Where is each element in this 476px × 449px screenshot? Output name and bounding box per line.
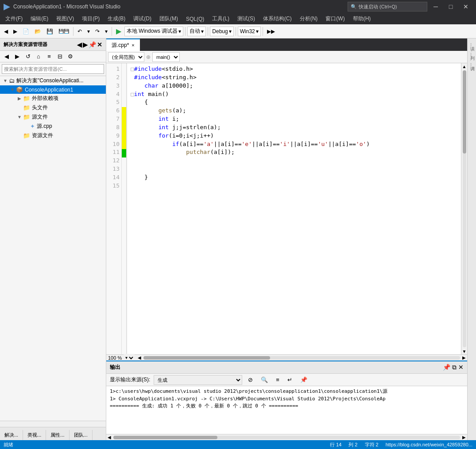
toolbar-undo-dropdown[interactable]: ▾	[85, 26, 92, 37]
tree-item-resources[interactable]: 📁 资源文件	[0, 131, 106, 140]
zoom-select[interactable]: ▾	[124, 354, 135, 361]
output-scroll-left-btn[interactable]: ◀	[106, 434, 112, 441]
hscroll-right-btn[interactable]: ▶	[461, 355, 467, 361]
toolbar-open[interactable]: 📂	[32, 26, 43, 37]
toolbar-debugger-dropdown[interactable]: 本地 Windows 调试器 ▾	[124, 27, 183, 36]
vscroll-down-btn[interactable]: ▼	[461, 348, 468, 354]
line-num: 7	[108, 115, 120, 123]
tab-close-icon[interactable]: ×	[132, 42, 134, 48]
nav-back-btn[interactable]: ◀	[2, 52, 12, 61]
line-num: 3	[108, 82, 120, 90]
sidebar-pin-icon[interactable]: 📌	[89, 41, 96, 48]
menu-edit[interactable]: 编辑(E)	[27, 13, 52, 24]
sidebar-tab-team[interactable]: 团队...	[70, 430, 93, 440]
collapse-2[interactable]	[131, 74, 134, 81]
str-o: 'o'	[356, 141, 366, 147]
menu-view[interactable]: 视图(V)	[53, 13, 77, 24]
tree-item-project[interactable]: ▼ 📦 ConsoleApplication1	[0, 85, 106, 94]
menu-analyze[interactable]: 分析(N)	[296, 13, 321, 24]
output-find-btn[interactable]: 🔍	[259, 374, 270, 386]
toolbar-new[interactable]: 📄	[20, 26, 31, 37]
output-source-select[interactable]: 生成	[154, 375, 242, 385]
output-clear-btn[interactable]: ⊘	[246, 374, 255, 386]
home-btn[interactable]: ⌂	[34, 52, 43, 61]
output-scroll-right-btn[interactable]: ▶	[461, 434, 467, 441]
sidebar-back-icon[interactable]: ◀	[77, 41, 82, 48]
line-num: 14	[108, 173, 120, 182]
toolbar-config-dropdown[interactable]: 自动 ▾	[187, 27, 206, 36]
toolbar-platform-dropdown[interactable]: Win32 ▾	[238, 27, 261, 36]
vtab-errors[interactable]: 误...	[468, 40, 476, 49]
platform-arrow-icon: ▾	[256, 28, 259, 35]
output-close-btn[interactable]: ✕	[458, 364, 464, 371]
sidebar-tab-props[interactable]: 属性...	[46, 430, 69, 440]
gutter-mark-yellow	[122, 107, 126, 115]
toolbar-go-back[interactable]: ◀	[2, 26, 10, 37]
vtab-debug[interactable]: 调...	[468, 60, 476, 69]
collapse-all-btn[interactable]: ⊟	[55, 52, 65, 61]
output-wrap-btn[interactable]: ↵	[285, 374, 294, 386]
sidebar-tab-class[interactable]: 类视...	[23, 430, 46, 440]
toolbar-debug-dropdown[interactable]: Debug ▾	[210, 27, 233, 36]
tab-source-cpp[interactable]: 源.cpp* ×	[106, 38, 140, 51]
toolbar-more[interactable]: ▶▶	[265, 26, 277, 37]
toolbar-sep-4	[208, 27, 208, 36]
toolbar-save[interactable]: 💾	[44, 26, 55, 37]
sidebar-scroll-bar[interactable]	[0, 421, 106, 427]
scope-selector[interactable]: (全局范围)	[108, 52, 144, 62]
menu-tools[interactable]: 工具(L)	[209, 13, 233, 24]
tree-item-source-cpp[interactable]: ✦ 源.cpp	[0, 122, 106, 131]
menu-project[interactable]: 项目(P)	[78, 13, 103, 24]
output-pin-out-btn[interactable]: 📌	[298, 374, 310, 386]
toolbar-redo[interactable]: ↷	[93, 26, 102, 37]
collapse-3[interactable]: □	[131, 91, 134, 97]
output-pin-btn[interactable]: 📌	[443, 364, 450, 371]
menu-build[interactable]: 生成(B)	[104, 13, 129, 24]
hscroll-left-btn[interactable]: ◀	[136, 355, 143, 361]
menu-debug[interactable]: 调试(D)	[130, 13, 155, 24]
code-editor[interactable]: □#include<stdio.h> #include<string.h> ch…	[127, 63, 461, 354]
tree-item-solution[interactable]: ▼ 🗂 解决方案"ConsoleApplicati...	[0, 76, 106, 85]
close-button[interactable]: ✕	[459, 0, 472, 13]
menu-help[interactable]: 帮助(H)	[349, 13, 375, 24]
menu-architecture[interactable]: 体系结构(C)	[259, 13, 295, 24]
toolbar-save-all[interactable]: 💾💾	[56, 26, 71, 37]
output-undock-btn[interactable]: ⧉	[452, 364, 457, 371]
toolbar-go-fwd[interactable]: ▶	[11, 26, 19, 37]
hscroll-thumb[interactable]	[143, 356, 270, 360]
filter-btn[interactable]: ≡	[44, 52, 54, 61]
vtab-columns[interactable]: 列...	[468, 50, 476, 59]
menu-test[interactable]: 测试(S)	[234, 13, 259, 24]
properties-btn[interactable]: ⚙	[66, 52, 75, 61]
toolbar-play-button[interactable]: ▶	[114, 26, 124, 37]
toolbar-redo-dropdown[interactable]: ▾	[103, 26, 110, 37]
tree-arrow-solution: ▼	[2, 78, 9, 83]
output-filter-btn[interactable]: ≡	[274, 374, 282, 386]
output-scroll-thumb[interactable]	[113, 436, 217, 439]
resources-icon: 📁	[23, 132, 30, 139]
minimize-button[interactable]: ─	[429, 0, 442, 13]
vscroll-up-btn[interactable]: ▲	[461, 63, 468, 69]
maximize-button[interactable]: □	[444, 0, 457, 13]
sync-btn[interactable]: ↺	[23, 52, 33, 61]
menu-sql[interactable]: SQL(Q)	[182, 13, 208, 24]
tree-item-external-deps[interactable]: ▶ 📁 外部依赖项	[0, 94, 106, 103]
menu-window[interactable]: 窗口(W)	[322, 13, 348, 24]
menu-team[interactable]: 团队(M)	[156, 13, 182, 24]
sidebar-fwd-icon[interactable]: ▶	[83, 41, 88, 48]
menu-file[interactable]: 文件(F)	[2, 13, 26, 24]
member-selector[interactable]: main()	[152, 52, 180, 62]
sidebar-close-icon[interactable]: ✕	[97, 41, 102, 48]
collapse-1[interactable]: □	[131, 65, 134, 72]
code-vscrollbar[interactable]: ▲ ▼	[461, 63, 467, 354]
toolbar-undo[interactable]: ↶	[75, 26, 84, 37]
quick-launch-search[interactable]: 🔍 快速启动 (Ctrl+Q)	[348, 2, 427, 12]
tree-arrow-project: ▼	[9, 87, 16, 92]
sidebar-search-input[interactable]	[2, 64, 104, 74]
output-hscrollbar[interactable]: ◀ ▶	[106, 434, 467, 440]
nav-fwd-btn[interactable]: ▶	[12, 52, 22, 61]
tree-item-sources[interactable]: ▼ 📁 源文件	[0, 112, 106, 122]
vscroll-thumb[interactable]	[463, 70, 466, 154]
tree-item-headers[interactable]: 📁 头文件	[0, 103, 106, 112]
sidebar-tab-solution[interactable]: 解决...	[0, 430, 23, 440]
